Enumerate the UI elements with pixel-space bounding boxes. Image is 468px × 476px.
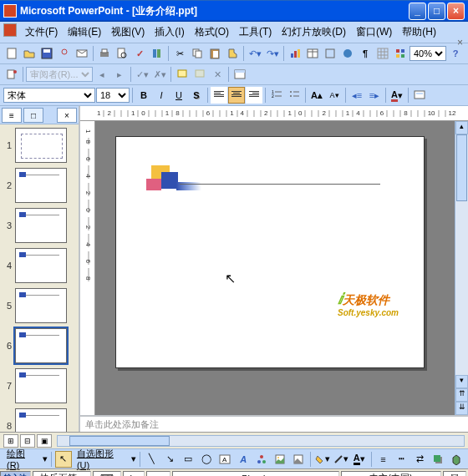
italic-button[interactable]: I: [153, 87, 170, 104]
fill-color-button[interactable]: ▾: [314, 451, 331, 468]
spellcheck-button[interactable]: ✓: [131, 45, 148, 62]
font-combo[interactable]: 宋体: [3, 88, 95, 103]
notes-pane[interactable]: 单击此处添加备注: [80, 415, 468, 432]
preview-button[interactable]: [114, 45, 130, 62]
prev-slide-button[interactable]: ⇈: [455, 388, 468, 402]
shadow-style-button[interactable]: [430, 451, 446, 468]
menu-view[interactable]: 视图(V): [109, 23, 146, 41]
select-objects-button[interactable]: ↖: [55, 451, 72, 468]
insert-chart-button[interactable]: [287, 45, 303, 62]
font-color-button[interactable]: A▾: [389, 87, 405, 104]
reviewer-combo[interactable]: 审阅者(R)...: [26, 67, 93, 82]
minimize-button[interactable]: _: [409, 3, 426, 20]
numbering-button[interactable]: 12: [268, 87, 285, 104]
vertical-ruler[interactable]: 1｜8｜｜6｜｜4｜｜2｜｜0｜｜2｜｜4｜｜6｜｜8: [80, 121, 95, 415]
thumbnail-slide[interactable]: [15, 288, 67, 323]
menu-format[interactable]: 格式(O): [193, 23, 231, 41]
paste-button[interactable]: [206, 45, 223, 62]
menu-help[interactable]: 帮助(H): [400, 23, 438, 41]
reviewing-pane-button[interactable]: [231, 66, 248, 83]
normal-view-button[interactable]: ⊞: [3, 434, 18, 448]
show-markup-button[interactable]: [3, 66, 20, 83]
new-button[interactable]: [3, 45, 20, 62]
scroll-up-button[interactable]: ▴: [455, 121, 468, 134]
spellcheck-status-icon[interactable]: ☒: [443, 471, 466, 477]
bullets-button[interactable]: [286, 87, 303, 104]
insert-comment-button[interactable]: [174, 66, 191, 83]
close-button[interactable]: ×: [447, 3, 465, 20]
menu-window[interactable]: 窗口(W): [354, 23, 394, 41]
menu-file[interactable]: 文件(F): [23, 23, 59, 41]
thumbnails-list[interactable]: 12345678: [0, 124, 79, 432]
ime-punct-icon[interactable]: 。: [146, 471, 170, 477]
redo-button[interactable]: ↷▾: [264, 45, 281, 62]
ime-name[interactable]: 快乐五笔: [33, 471, 91, 477]
email-button[interactable]: [74, 45, 90, 62]
ime-width-icon[interactable]: ▶: [123, 471, 145, 477]
slideshow-view-button[interactable]: ▣: [37, 434, 52, 448]
doc-close-button[interactable]: ×: [457, 37, 463, 48]
tables-borders-button[interactable]: [322, 45, 338, 62]
prev-comment-button[interactable]: ◂: [94, 66, 110, 83]
align-right-button[interactable]: [246, 87, 262, 104]
scroll-down-button[interactable]: ▾: [455, 375, 468, 388]
insert-hyperlink-button[interactable]: [339, 45, 356, 62]
line-color-button[interactable]: ▾: [333, 451, 349, 468]
decrease-indent-button[interactable]: ◂≡: [348, 87, 365, 104]
research-button[interactable]: [149, 45, 165, 62]
autoshapes-menu[interactable]: 自选图形(U): [74, 448, 130, 470]
undo-button[interactable]: ↶▾: [247, 45, 263, 62]
menu-edit[interactable]: 编辑(E): [66, 23, 103, 41]
open-button[interactable]: [21, 45, 38, 62]
draw-menu[interactable]: 绘图(R): [3, 448, 41, 470]
ime-keyboard-icon[interactable]: ⌨: [93, 471, 121, 477]
horizontal-ruler[interactable]: 1｜2｜｜｜1｜0｜｜｜1｜8｜｜｜｜6｜｜｜1｜4｜｜｜2｜｜｜1｜0｜｜｜2…: [80, 106, 468, 121]
horizontal-scrollbar[interactable]: [57, 435, 465, 447]
next-comment-button[interactable]: ▸: [111, 66, 128, 83]
print-button[interactable]: [96, 45, 113, 62]
slides-tab[interactable]: □: [23, 108, 43, 123]
format-painter-button[interactable]: [224, 45, 241, 62]
font-size-combo[interactable]: 18: [96, 88, 130, 103]
menu-insert[interactable]: 插入(I): [153, 23, 186, 41]
design-button[interactable]: [411, 87, 428, 104]
insert-table-button[interactable]: [304, 45, 321, 62]
maximize-button[interactable]: □: [428, 3, 445, 20]
picture-button[interactable]: [290, 451, 307, 468]
menu-slideshow[interactable]: 幻灯片放映(D): [280, 23, 348, 41]
ime-indicator[interactable]: 输入法: [0, 471, 31, 477]
vertical-scrollbar[interactable]: ▴ ▾ ⇈ ⇊: [455, 121, 468, 415]
cut-button[interactable]: ✂: [171, 45, 188, 62]
textbox-button[interactable]: A: [216, 451, 233, 468]
3d-style-button[interactable]: [448, 451, 465, 468]
align-center-button[interactable]: [228, 87, 245, 104]
show-formatting-button[interactable]: ¶: [357, 45, 374, 62]
current-slide[interactable]: ↖ ⅈ天极软件 Soft.yesky.com: [115, 136, 425, 368]
thumbnail-slide[interactable]: [15, 128, 67, 163]
panel-close-button[interactable]: ×: [57, 108, 77, 123]
bold-button[interactable]: B: [135, 87, 152, 104]
permission-button[interactable]: [56, 45, 73, 62]
wordart-button[interactable]: A: [235, 451, 252, 468]
thumbnail-slide[interactable]: [15, 248, 67, 283]
next-slide-button[interactable]: ⇊: [455, 402, 468, 415]
copy-button[interactable]: [189, 45, 206, 62]
outline-tab[interactable]: ≡: [2, 108, 22, 123]
decrease-font-button[interactable]: A▾: [326, 87, 343, 104]
arrow-style-button[interactable]: ⇄: [411, 451, 428, 468]
increase-font-button[interactable]: A▴: [308, 87, 325, 104]
scroll-thumb[interactable]: [456, 134, 467, 201]
slide-canvas[interactable]: ↖ ⅈ天极软件 Soft.yesky.com ▴ ▾ ⇈ ⇊: [95, 121, 468, 415]
font-color-button-2[interactable]: A▾: [351, 451, 368, 468]
edit-comment-button[interactable]: [191, 66, 208, 83]
sorter-view-button[interactable]: ⊟: [20, 434, 35, 448]
show-grid-button[interactable]: [374, 45, 391, 62]
arrow-button[interactable]: ↘: [162, 451, 179, 468]
clipart-button[interactable]: [272, 451, 288, 468]
rectangle-button[interactable]: ▭: [181, 451, 197, 468]
dash-style-button[interactable]: ┅: [393, 451, 410, 468]
diagram-button[interactable]: [253, 451, 270, 468]
thumbnail-slide[interactable]: [15, 208, 67, 243]
apply-button[interactable]: ✓▾: [134, 66, 150, 83]
menu-tools[interactable]: 工具(T): [237, 23, 273, 41]
